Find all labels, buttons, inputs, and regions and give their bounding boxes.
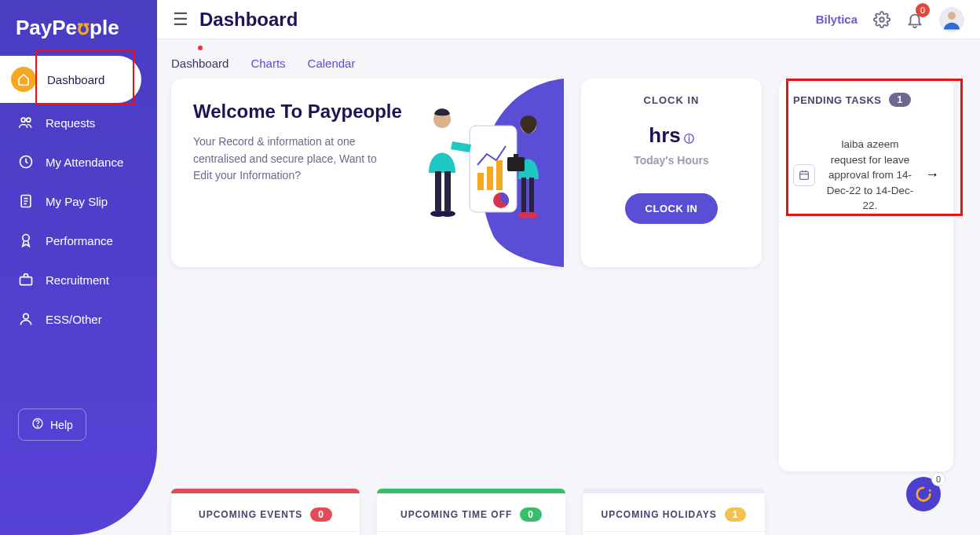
page-title: Dashboard bbox=[199, 9, 298, 31]
svg-rect-22 bbox=[521, 178, 526, 212]
tab-calendar[interactable]: Calendar bbox=[308, 57, 356, 70]
sidebar-item-label: Dashboard bbox=[47, 73, 104, 86]
clock-hrs-label: hrs bbox=[649, 123, 680, 147]
logo: PayPeʊple bbox=[0, 8, 157, 56]
users-icon bbox=[17, 114, 35, 131]
svg-rect-23 bbox=[529, 178, 534, 212]
fab-badge: 0 bbox=[931, 472, 945, 486]
svg-point-20 bbox=[440, 211, 455, 217]
svg-point-10 bbox=[948, 12, 956, 20]
sidebar-item-recruitment[interactable]: Recruitment bbox=[0, 260, 157, 299]
svg-point-6 bbox=[24, 313, 29, 319]
timeoff-title: UPCOMING TIME OFF bbox=[400, 509, 512, 520]
upcoming-timeoff-card: UPCOMING TIME OFF 0 There is no upcoming… bbox=[377, 489, 565, 535]
sidebar-item-label: My Pay Slip bbox=[46, 195, 108, 208]
help-label: Help bbox=[50, 419, 73, 431]
tab-charts[interactable]: Charts bbox=[250, 57, 285, 70]
sidebar-item-attendance[interactable]: My Attendance bbox=[0, 142, 157, 181]
svg-rect-5 bbox=[20, 277, 32, 285]
pending-tasks-card: PENDING TASKS 1 laiba azeem request for … bbox=[779, 79, 953, 471]
sidebar-item-dashboard[interactable]: Dashboard bbox=[0, 56, 141, 103]
welcome-text: Your Record & information at one central… bbox=[193, 134, 382, 185]
svg-rect-17 bbox=[435, 171, 441, 211]
svg-rect-27 bbox=[514, 154, 518, 159]
sidebar-item-label: Performance bbox=[46, 234, 113, 247]
svg-point-31 bbox=[929, 489, 931, 492]
pending-count-badge: 1 bbox=[889, 93, 910, 107]
pending-task-row[interactable]: laiba azeem request for leave approval f… bbox=[793, 137, 939, 214]
sidebar-item-ess[interactable]: ESS/Other bbox=[0, 299, 157, 339]
svg-point-4 bbox=[23, 235, 29, 241]
svg-rect-14 bbox=[496, 160, 503, 190]
home-icon bbox=[11, 67, 36, 92]
info-icon[interactable]: ⓘ bbox=[684, 133, 694, 145]
upcoming-holidays-card: UPCOMING HOLIDAYS 1 ‹ Jan 12 Jan 12 › PF… bbox=[583, 489, 765, 535]
briefcase-icon bbox=[17, 271, 35, 288]
pending-task-text: laiba azeem request for leave approval f… bbox=[823, 137, 917, 214]
svg-point-25 bbox=[525, 212, 538, 218]
clock-in-title: CLOCK IN bbox=[589, 94, 754, 106]
gear-icon[interactable] bbox=[873, 11, 890, 28]
welcome-title: Welcome To Paypeople bbox=[193, 101, 402, 123]
menu-icon[interactable]: ☰ bbox=[173, 9, 188, 30]
sidebar-item-label: My Attendance bbox=[46, 156, 123, 169]
upcoming-events-card: UPCOMING EVENTS 0 There are no upcoming … bbox=[171, 489, 360, 535]
sidebar-item-label: Requests bbox=[46, 116, 95, 130]
bell-icon[interactable]: 0 bbox=[906, 11, 923, 28]
svg-point-9 bbox=[879, 17, 884, 22]
notification-badge: 0 bbox=[916, 3, 930, 17]
person-icon bbox=[17, 310, 35, 328]
clock-subtitle: Today's Hours bbox=[589, 154, 754, 167]
events-count-badge: 0 bbox=[310, 508, 332, 522]
svg-point-1 bbox=[27, 118, 31, 122]
svg-point-0 bbox=[21, 118, 25, 122]
clock-hours: hrsⓘ bbox=[589, 123, 754, 148]
sidebar-item-requests[interactable]: Requests bbox=[0, 103, 157, 142]
sidebar: PayPeʊple Dashboard Requests My Attendan… bbox=[0, 0, 157, 535]
main-content: Welcome To Paypeople Your Record & infor… bbox=[171, 79, 966, 535]
help-button[interactable]: Help bbox=[18, 409, 86, 441]
tabs: Dashboard Charts Calendar bbox=[171, 57, 355, 70]
clock-icon bbox=[17, 153, 35, 170]
svg-rect-12 bbox=[477, 173, 484, 190]
sidebar-item-performance[interactable]: Performance bbox=[0, 221, 157, 260]
header: ☰ Dashboard Bilytica 0 bbox=[157, 0, 980, 39]
svg-rect-18 bbox=[444, 171, 451, 211]
events-title: UPCOMING EVENTS bbox=[199, 509, 302, 520]
sidebar-item-payslip[interactable]: My Pay Slip bbox=[0, 181, 157, 221]
svg-rect-28 bbox=[800, 171, 809, 179]
sidebar-item-label: ESS/Other bbox=[46, 313, 102, 326]
fab-button[interactable]: 0 bbox=[906, 477, 941, 511]
clock-in-card: CLOCK IN hrsⓘ Today's Hours CLOCK IN bbox=[581, 79, 762, 267]
tab-dashboard[interactable]: Dashboard bbox=[171, 57, 229, 70]
arrow-right-icon[interactable]: → bbox=[925, 167, 939, 183]
pending-title: PENDING TASKS bbox=[793, 94, 881, 106]
timeoff-count-badge: 0 bbox=[520, 508, 542, 522]
welcome-card: Welcome To Paypeople Your Record & infor… bbox=[171, 79, 564, 267]
calendar-icon bbox=[793, 164, 815, 186]
holidays-count-badge: 1 bbox=[725, 508, 747, 522]
svg-point-8 bbox=[38, 426, 38, 427]
svg-rect-13 bbox=[487, 167, 493, 190]
company-name[interactable]: Bilytica bbox=[816, 13, 858, 26]
ribbon-icon bbox=[17, 232, 35, 249]
welcome-illustration bbox=[383, 79, 564, 267]
sidebar-item-label: Recruitment bbox=[46, 273, 109, 287]
help-icon bbox=[31, 417, 44, 432]
holidays-title: UPCOMING HOLIDAYS bbox=[602, 509, 717, 520]
svg-rect-26 bbox=[507, 157, 525, 171]
doc-icon bbox=[17, 192, 35, 210]
avatar[interactable] bbox=[939, 7, 964, 32]
clock-in-button[interactable]: CLOCK IN bbox=[625, 193, 719, 224]
